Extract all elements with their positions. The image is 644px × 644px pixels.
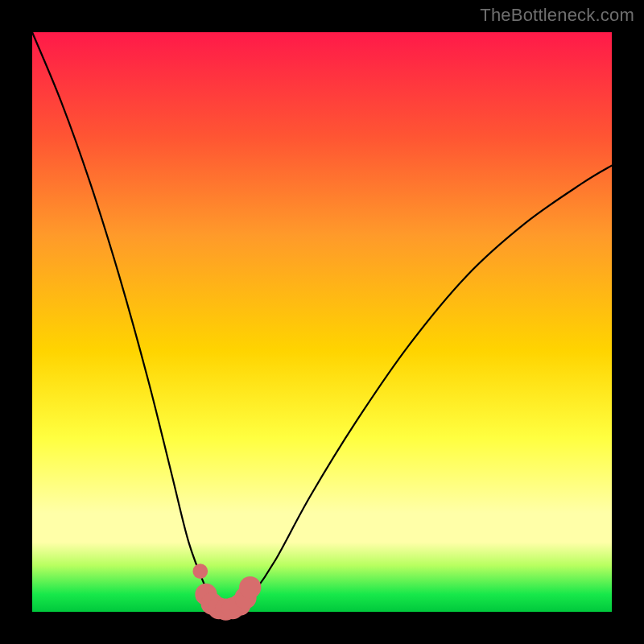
highlight-marker (192, 564, 208, 579)
highlight-marker (239, 576, 261, 598)
chart-frame: TheBottleneck.com (0, 0, 644, 644)
plot-area (32, 32, 612, 612)
highlight-markers (192, 564, 261, 621)
watermark-text: TheBottleneck.com (480, 5, 634, 26)
bottleneck-curve (32, 32, 612, 610)
curve-layer (32, 32, 612, 612)
